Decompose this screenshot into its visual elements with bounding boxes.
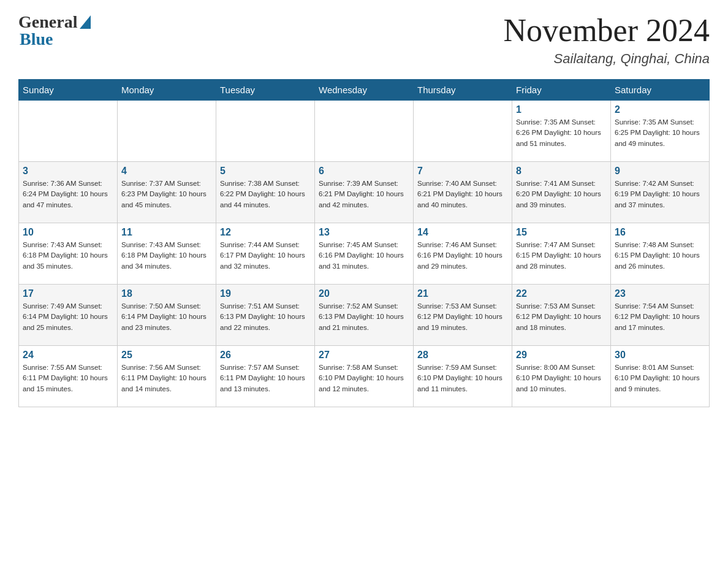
day-info: Sunrise: 7:43 AM Sunset: 6:18 PM Dayligh… <box>121 240 212 272</box>
month-title: November 2024 <box>504 12 710 48</box>
day-number: 28 <box>417 350 508 361</box>
day-cell: 24Sunrise: 7:55 AM Sunset: 6:11 PM Dayli… <box>19 346 118 407</box>
day-cell: 2Sunrise: 7:35 AM Sunset: 6:25 PM Daylig… <box>611 101 710 162</box>
day-number: 17 <box>23 288 113 299</box>
day-info: Sunrise: 7:35 AM Sunset: 6:26 PM Dayligh… <box>516 117 607 149</box>
day-number: 27 <box>319 350 409 361</box>
day-cell: 20Sunrise: 7:52 AM Sunset: 6:13 PM Dayli… <box>315 285 414 346</box>
day-cell: 27Sunrise: 7:58 AM Sunset: 6:10 PM Dayli… <box>315 346 414 407</box>
week-row-2: 3Sunrise: 7:36 AM Sunset: 6:24 PM Daylig… <box>19 162 710 223</box>
logo: General Blue <box>18 12 91 49</box>
day-cell <box>19 101 118 162</box>
day-info: Sunrise: 7:44 AM Sunset: 6:17 PM Dayligh… <box>220 240 311 272</box>
day-info: Sunrise: 7:37 AM Sunset: 6:23 PM Dayligh… <box>121 178 212 210</box>
day-number: 22 <box>516 288 607 299</box>
day-cell: 26Sunrise: 7:57 AM Sunset: 6:11 PM Dayli… <box>216 346 315 407</box>
day-info: Sunrise: 7:41 AM Sunset: 6:20 PM Dayligh… <box>516 178 607 210</box>
day-number: 18 <box>121 288 212 299</box>
day-cell: 17Sunrise: 7:49 AM Sunset: 6:14 PM Dayli… <box>19 285 118 346</box>
day-number: 6 <box>319 166 409 177</box>
day-number: 4 <box>121 166 212 177</box>
week-row-1: 1Sunrise: 7:35 AM Sunset: 6:26 PM Daylig… <box>19 101 710 162</box>
day-info: Sunrise: 7:48 AM Sunset: 6:15 PM Dayligh… <box>615 240 705 272</box>
day-info: Sunrise: 7:56 AM Sunset: 6:11 PM Dayligh… <box>121 362 212 394</box>
day-number: 10 <box>23 227 113 238</box>
day-info: Sunrise: 7:45 AM Sunset: 6:16 PM Dayligh… <box>319 240 409 272</box>
day-info: Sunrise: 7:47 AM Sunset: 6:15 PM Dayligh… <box>516 240 607 272</box>
week-row-3: 10Sunrise: 7:43 AM Sunset: 6:18 PM Dayli… <box>19 223 710 285</box>
day-info: Sunrise: 7:55 AM Sunset: 6:11 PM Dayligh… <box>23 362 113 394</box>
day-cell: 9Sunrise: 7:42 AM Sunset: 6:19 PM Daylig… <box>611 162 710 223</box>
day-info: Sunrise: 8:01 AM Sunset: 6:10 PM Dayligh… <box>615 362 705 394</box>
day-number: 7 <box>417 166 508 177</box>
day-cell: 6Sunrise: 7:39 AM Sunset: 6:21 PM Daylig… <box>315 162 414 223</box>
day-number: 16 <box>615 227 705 238</box>
day-number: 24 <box>23 350 113 361</box>
day-info: Sunrise: 7:52 AM Sunset: 6:13 PM Dayligh… <box>319 301 409 333</box>
day-info: Sunrise: 7:35 AM Sunset: 6:25 PM Dayligh… <box>615 117 705 149</box>
location: Sailaitang, Qinghai, China <box>504 51 710 67</box>
day-cell: 8Sunrise: 7:41 AM Sunset: 6:20 PM Daylig… <box>512 162 611 223</box>
day-number: 23 <box>615 288 705 299</box>
page-header: General Blue November 2024 Sailaitang, Q… <box>18 12 710 67</box>
calendar-table: SundayMondayTuesdayWednesdayThursdayFrid… <box>18 79 710 407</box>
title-section: November 2024 Sailaitang, Qinghai, China <box>504 12 710 67</box>
day-number: 13 <box>319 227 409 238</box>
col-header-monday: Monday <box>118 80 216 101</box>
day-info: Sunrise: 7:38 AM Sunset: 6:22 PM Dayligh… <box>220 178 311 210</box>
day-cell: 23Sunrise: 7:54 AM Sunset: 6:12 PM Dayli… <box>611 285 710 346</box>
day-cell: 30Sunrise: 8:01 AM Sunset: 6:10 PM Dayli… <box>611 346 710 407</box>
day-info: Sunrise: 7:40 AM Sunset: 6:21 PM Dayligh… <box>417 178 508 210</box>
logo-blue-text: Blue <box>20 29 53 49</box>
col-header-sunday: Sunday <box>19 80 118 101</box>
day-number: 26 <box>220 350 311 361</box>
day-number: 19 <box>220 288 311 299</box>
day-cell: 18Sunrise: 7:50 AM Sunset: 6:14 PM Dayli… <box>118 285 216 346</box>
day-info: Sunrise: 7:57 AM Sunset: 6:11 PM Dayligh… <box>220 362 311 394</box>
day-info: Sunrise: 7:39 AM Sunset: 6:21 PM Dayligh… <box>319 178 409 210</box>
day-number: 5 <box>220 166 311 177</box>
day-cell: 11Sunrise: 7:43 AM Sunset: 6:18 PM Dayli… <box>118 223 216 285</box>
day-info: Sunrise: 7:53 AM Sunset: 6:12 PM Dayligh… <box>417 301 508 333</box>
logo-triangle-icon <box>80 15 91 29</box>
day-cell <box>216 101 315 162</box>
day-cell: 25Sunrise: 7:56 AM Sunset: 6:11 PM Dayli… <box>118 346 216 407</box>
day-cell: 22Sunrise: 7:53 AM Sunset: 6:12 PM Dayli… <box>512 285 611 346</box>
day-cell: 19Sunrise: 7:51 AM Sunset: 6:13 PM Dayli… <box>216 285 315 346</box>
day-number: 30 <box>615 350 705 361</box>
day-cell: 7Sunrise: 7:40 AM Sunset: 6:21 PM Daylig… <box>414 162 512 223</box>
day-info: Sunrise: 7:54 AM Sunset: 6:12 PM Dayligh… <box>615 301 705 333</box>
day-cell: 5Sunrise: 7:38 AM Sunset: 6:22 PM Daylig… <box>216 162 315 223</box>
day-info: Sunrise: 7:51 AM Sunset: 6:13 PM Dayligh… <box>220 301 311 333</box>
day-number: 8 <box>516 166 607 177</box>
day-info: Sunrise: 7:46 AM Sunset: 6:16 PM Dayligh… <box>417 240 508 272</box>
day-cell: 1Sunrise: 7:35 AM Sunset: 6:26 PM Daylig… <box>512 101 611 162</box>
day-number: 20 <box>319 288 409 299</box>
day-cell: 29Sunrise: 8:00 AM Sunset: 6:10 PM Dayli… <box>512 346 611 407</box>
day-number: 3 <box>23 166 113 177</box>
day-number: 1 <box>516 104 607 115</box>
day-cell: 4Sunrise: 7:37 AM Sunset: 6:23 PM Daylig… <box>118 162 216 223</box>
col-header-thursday: Thursday <box>414 80 512 101</box>
day-info: Sunrise: 7:49 AM Sunset: 6:14 PM Dayligh… <box>23 301 113 333</box>
day-info: Sunrise: 7:53 AM Sunset: 6:12 PM Dayligh… <box>516 301 607 333</box>
day-info: Sunrise: 7:43 AM Sunset: 6:18 PM Dayligh… <box>23 240 113 272</box>
day-number: 29 <box>516 350 607 361</box>
day-info: Sunrise: 7:36 AM Sunset: 6:24 PM Dayligh… <box>23 178 113 210</box>
day-cell: 16Sunrise: 7:48 AM Sunset: 6:15 PM Dayli… <box>611 223 710 285</box>
day-number: 14 <box>417 227 508 238</box>
day-cell <box>118 101 216 162</box>
day-cell: 21Sunrise: 7:53 AM Sunset: 6:12 PM Dayli… <box>414 285 512 346</box>
week-row-4: 17Sunrise: 7:49 AM Sunset: 6:14 PM Dayli… <box>19 285 710 346</box>
day-number: 9 <box>615 166 705 177</box>
day-info: Sunrise: 7:42 AM Sunset: 6:19 PM Dayligh… <box>615 178 705 210</box>
day-info: Sunrise: 7:58 AM Sunset: 6:10 PM Dayligh… <box>319 362 409 394</box>
day-cell: 15Sunrise: 7:47 AM Sunset: 6:15 PM Dayli… <box>512 223 611 285</box>
day-number: 25 <box>121 350 212 361</box>
week-row-5: 24Sunrise: 7:55 AM Sunset: 6:11 PM Dayli… <box>19 346 710 407</box>
col-header-wednesday: Wednesday <box>315 80 414 101</box>
day-cell <box>414 101 512 162</box>
day-number: 11 <box>121 227 212 238</box>
day-info: Sunrise: 7:59 AM Sunset: 6:10 PM Dayligh… <box>417 362 508 394</box>
day-info: Sunrise: 8:00 AM Sunset: 6:10 PM Dayligh… <box>516 362 607 394</box>
